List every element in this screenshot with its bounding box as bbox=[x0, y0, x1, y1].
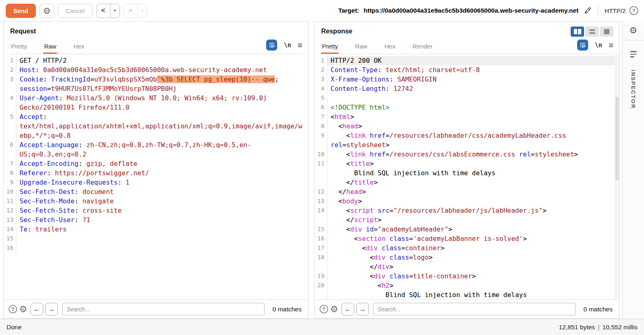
forward-button[interactable]: > bbox=[124, 4, 137, 18]
repeater-toolbar: Send ⚙ Cancel < ▼ > ▼ Target: https://0a… bbox=[0, 0, 644, 21]
tab-hex[interactable]: Hex bbox=[384, 43, 396, 54]
search-settings-icon[interactable]: ⚙ bbox=[330, 305, 338, 314]
inspector-tab[interactable]: INSPECTOR bbox=[630, 70, 636, 109]
search-next-button[interactable]: → bbox=[45, 303, 58, 315]
code-line[interactable]: 14Te: trailers bbox=[4, 225, 308, 234]
back-history-dropdown[interactable]: ▼ bbox=[110, 4, 119, 18]
code-line[interactable]: 4Content-Length: 12742 bbox=[315, 84, 619, 93]
editor-menu-icon[interactable]: ≡ bbox=[609, 41, 613, 49]
code-line[interactable]: 5 bbox=[315, 93, 619, 103]
match-count: 0 matches bbox=[272, 306, 302, 313]
code-line[interactable]: Blind SQL injection with time delays bbox=[315, 168, 619, 178]
code-line[interactable]: Blind SQL injection with time delays bbox=[315, 290, 619, 300]
code-line[interactable]: 19 <div class=title-container> bbox=[315, 271, 619, 281]
code-line[interactable]: </script> bbox=[315, 215, 619, 225]
layout-single-button[interactable] bbox=[600, 26, 613, 37]
newline-toggle-icon[interactable]: \n bbox=[284, 42, 291, 49]
code-line[interactable]: 13Sec-Fetch-User: ?1 bbox=[4, 215, 308, 225]
word-wrap-toggle[interactable] bbox=[266, 40, 277, 51]
code-line[interactable]: 14 <script src="/resources/labheader/js/… bbox=[315, 206, 619, 215]
code-text: Upgrade-Insecure-Requests: 1 bbox=[16, 178, 308, 187]
forward-history-dropdown[interactable]: ▼ bbox=[137, 4, 147, 18]
search-next-button[interactable]: → bbox=[356, 303, 369, 315]
response-tabs: PrettyRawHexRender bbox=[321, 43, 433, 54]
code-line[interactable]: 5Accept: text/html,application/xhtml+xml… bbox=[4, 112, 308, 140]
response-viewer[interactable]: 1HTTP/2 200 OK2Content-Type: text/html; … bbox=[315, 54, 619, 300]
code-line[interactable]: 8 <head> bbox=[315, 121, 619, 131]
code-line[interactable]: 9Upgrade-Insecure-Requests: 1 bbox=[4, 178, 308, 187]
code-line[interactable]: 7<html> bbox=[315, 112, 619, 121]
tab-hex[interactable]: Hex bbox=[73, 43, 85, 54]
layout-rows-button[interactable] bbox=[585, 26, 599, 37]
help-icon[interactable]: ? bbox=[629, 6, 638, 15]
line-number: 2 bbox=[4, 65, 16, 75]
code-line[interactable]: 12 </head> bbox=[315, 187, 619, 196]
code-line[interactable]: 15 bbox=[4, 234, 308, 243]
search-input[interactable] bbox=[62, 303, 265, 315]
code-line[interactable]: 6Accept-Language: zh-CN,zh;q=0.8,zh-TW;q… bbox=[4, 140, 308, 159]
line-number: 7 bbox=[315, 112, 327, 121]
tab-pretty[interactable]: Pretty bbox=[10, 43, 28, 54]
code-line[interactable]: 10Sec-Fetch-Dest: document bbox=[4, 187, 308, 196]
inspector-sidebar: ⚙ INSPECTOR bbox=[622, 21, 644, 319]
code-line[interactable]: 16 <section class='academyLabBanner is-s… bbox=[315, 234, 619, 243]
code-line[interactable]: 1HTTP/2 200 OK bbox=[315, 56, 619, 65]
code-line[interactable]: 17 <div class=container> bbox=[315, 243, 619, 253]
code-line[interactable]: 9 <link href=/resources/labheader/css/ac… bbox=[315, 131, 619, 150]
line-number: 14 bbox=[315, 206, 327, 215]
tab-raw[interactable]: Raw bbox=[354, 43, 368, 54]
editor-menu-icon[interactable]: ≡ bbox=[298, 41, 302, 49]
search-prev-button[interactable]: ← bbox=[31, 303, 43, 315]
line-number: 9 bbox=[315, 131, 327, 150]
code-line[interactable]: 3Cookie: TrackingId=uY3svlqbspSX5mQb'%3b… bbox=[4, 75, 308, 93]
code-line[interactable]: </title> bbox=[315, 178, 619, 187]
code-line[interactable]: 16 bbox=[4, 243, 308, 253]
code-text: </title> bbox=[327, 178, 619, 187]
code-line[interactable]: 20 <h2> bbox=[315, 281, 619, 290]
code-line[interactable]: 2Content-Type: text/html; charset=utf-8 bbox=[315, 65, 619, 75]
code-text: </head> bbox=[327, 187, 619, 196]
line-number: 2 bbox=[315, 65, 327, 75]
edit-target-button[interactable] bbox=[584, 7, 592, 15]
code-line[interactable]: 11Sec-Fetch-Mode: navigate bbox=[4, 196, 308, 206]
inspector-settings-icon[interactable]: ⚙ bbox=[629, 26, 637, 35]
code-line[interactable]: 4User-Agent: Mozilla/5.0 (Windows NT 10.… bbox=[4, 93, 308, 112]
inspector-collapse-icon[interactable] bbox=[630, 51, 637, 57]
line-number: 4 bbox=[4, 93, 16, 112]
word-wrap-toggle[interactable] bbox=[577, 40, 588, 51]
scrollbar-thumb[interactable] bbox=[615, 97, 619, 181]
search-input[interactable] bbox=[373, 303, 576, 315]
search-help-icon[interactable]: ? bbox=[320, 305, 328, 313]
code-line[interactable]: 11 <title> bbox=[315, 159, 619, 168]
layout-columns-button[interactable] bbox=[571, 26, 584, 37]
code-line[interactable]: 1GET / HTTP/2 bbox=[4, 56, 308, 65]
search-prev-button[interactable]: ← bbox=[342, 303, 354, 315]
newline-toggle-icon[interactable]: \n bbox=[595, 42, 602, 49]
search-settings-icon[interactable]: ⚙ bbox=[19, 305, 27, 314]
line-number: 16 bbox=[315, 234, 327, 243]
request-editor[interactable]: 1GET / HTTP/22Host: 0a0d00a004a31e9ac5c5… bbox=[4, 54, 308, 300]
line-number: 19 bbox=[315, 271, 327, 281]
code-line[interactable]: </div> bbox=[315, 262, 619, 271]
scrollbar[interactable] bbox=[615, 54, 619, 300]
back-button[interactable]: < bbox=[97, 4, 110, 18]
response-search-bar: ? ⚙ ← → 0 matches bbox=[315, 300, 619, 318]
code-line[interactable]: 10 <link href=/resources/css/labsEcommer… bbox=[315, 150, 619, 159]
code-line[interactable]: 2Host: 0a0d00a004a31e9ac5c5b3d60065000a.… bbox=[4, 65, 308, 75]
send-settings-button[interactable]: ⚙ bbox=[40, 4, 54, 18]
code-line[interactable]: 8Referer: https://portswigger.net/ bbox=[4, 168, 308, 178]
tab-pretty[interactable]: Pretty bbox=[321, 43, 339, 54]
code-line[interactable]: 15 <div id="academyLabHeader"> bbox=[315, 225, 619, 234]
code-line[interactable]: 13 <body> bbox=[315, 196, 619, 206]
search-help-icon[interactable]: ? bbox=[9, 305, 17, 313]
code-line[interactable]: 18 <div class=logo> bbox=[315, 253, 619, 262]
code-line[interactable]: 7Accept-Encoding: gzip, deflate bbox=[4, 159, 308, 168]
line-number: 18 bbox=[315, 253, 327, 262]
code-line[interactable]: 3X-Frame-Options: SAMEORIGIN bbox=[315, 75, 619, 84]
code-line[interactable]: 6<!DOCTYPE html> bbox=[315, 103, 619, 112]
tab-render[interactable]: Render bbox=[412, 43, 433, 54]
send-button[interactable]: Send bbox=[6, 4, 36, 18]
tab-raw[interactable]: Raw bbox=[43, 43, 57, 54]
cancel-button[interactable]: Cancel bbox=[58, 4, 93, 18]
code-line[interactable]: 12Sec-Fetch-Site: cross-site bbox=[4, 206, 308, 215]
